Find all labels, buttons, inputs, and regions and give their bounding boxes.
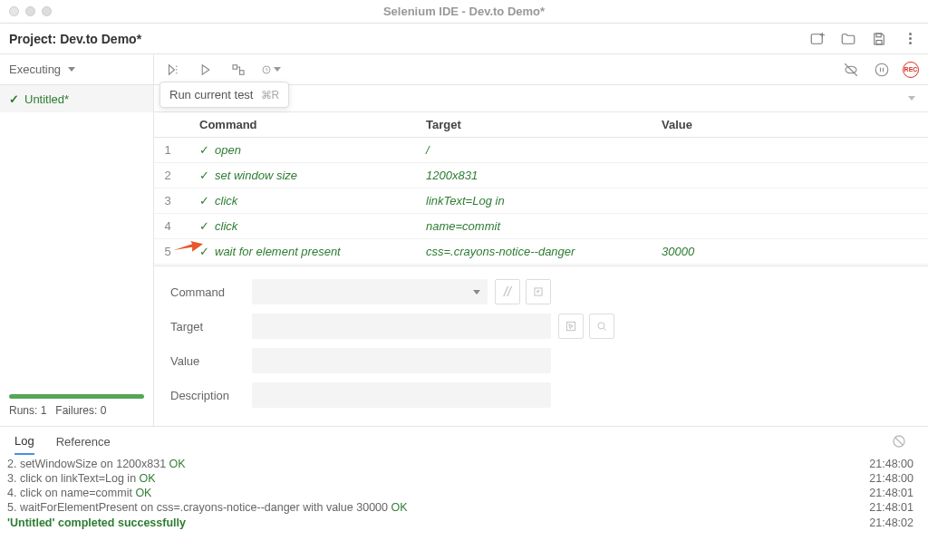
svg-point-7: [875, 63, 888, 76]
svg-point-10: [598, 323, 604, 329]
svg-rect-0: [811, 34, 822, 43]
pause-button[interactable]: [872, 60, 892, 80]
tooltip: Run current test ⌘R: [160, 82, 289, 108]
clear-log-icon[interactable]: [892, 434, 906, 451]
log-line: 5. waitForElementPresent on css=.crayons…: [7, 500, 914, 515]
chevron-down-icon: [908, 96, 915, 101]
step-over-button[interactable]: [228, 60, 248, 80]
toggle-enable-button[interactable]: //: [495, 279, 520, 304]
tooltip-text: Run current test: [169, 88, 254, 101]
svg-rect-3: [233, 64, 237, 69]
editor-value-input[interactable]: [252, 348, 551, 373]
save-icon[interactable]: [870, 30, 888, 48]
svg-rect-4: [240, 70, 245, 74]
test-list-item[interactable]: ✓ Untitled*: [0, 85, 153, 112]
editor-description-label: Description: [170, 389, 252, 402]
window-title: Selenium IDE - Dev.to Demo*: [0, 5, 928, 18]
tab-reference[interactable]: Reference: [56, 431, 111, 454]
tooltip-shortcut: ⌘R: [261, 89, 280, 101]
more-menu-icon[interactable]: [901, 30, 919, 48]
command-row[interactable]: 3 ✓click linkText=Log in: [154, 188, 928, 214]
editor-target-input[interactable]: [252, 314, 551, 339]
log-tabs: Log Reference: [0, 426, 928, 455]
svg-rect-1: [876, 34, 881, 37]
log-time: 21:48:02: [869, 517, 914, 529]
check-icon: ✓: [199, 143, 209, 157]
project-name: Dev.to Demo*: [60, 32, 141, 46]
run-current-test-button[interactable]: [196, 60, 216, 80]
project-label: Project:: [9, 32, 56, 46]
log-time: 21:48:01: [869, 487, 914, 499]
chevron-down-icon: [473, 290, 480, 294]
run-toolbar: REC Run current test ⌘R: [154, 54, 928, 85]
progress-bar: [9, 394, 144, 399]
chevron-down-icon: [68, 67, 75, 72]
log-line: 3. click on linkText=Log in OK 21:48:00: [7, 471, 914, 486]
tests-dropdown-label: Executing: [9, 63, 61, 76]
log-line: 2. setWindowSize on 1200x831 OK 21:48:00: [7, 457, 914, 471]
record-button[interactable]: REC: [903, 62, 919, 78]
svg-rect-2: [876, 40, 882, 44]
check-icon: ✓: [199, 169, 209, 182]
failures-count: Failures: 0: [55, 404, 106, 417]
editor-command-input[interactable]: [252, 279, 488, 304]
editor-target-label: Target: [170, 320, 252, 333]
command-row[interactable]: 4 ✓click name=commit: [154, 214, 928, 239]
command-editor: Command // Target: [154, 266, 928, 426]
log-time: 21:48:00: [869, 472, 914, 485]
test-name: Untitled*: [24, 92, 69, 106]
command-row[interactable]: 5 ✓wait for element present css=.crayons…: [154, 239, 928, 265]
commands-table: Command Target Value 1 ✓open / 2 ✓set wi…: [154, 112, 928, 266]
col-header-target: Target: [426, 118, 662, 131]
disable-breakpoints-button[interactable]: [841, 60, 861, 80]
project-bar: Project: Dev.to Demo*: [0, 24, 928, 54]
speed-dropdown[interactable]: [261, 60, 281, 80]
command-row[interactable]: 1 ✓open /: [154, 138, 928, 163]
runs-summary: Runs: 1 Failures: 0: [0, 404, 153, 426]
log-panel: 2. setWindowSize on 1200x831 OK 21:48:00…: [0, 455, 928, 535]
tab-log[interactable]: Log: [14, 430, 34, 455]
tests-dropdown[interactable]: Executing: [0, 54, 153, 85]
log-time: 21:48:00: [869, 458, 914, 470]
open-folder-icon[interactable]: [839, 30, 857, 48]
tests-sidebar: Executing ✓ Untitled* Runs: 1 Failures: …: [0, 54, 154, 426]
check-icon: ✓: [199, 219, 209, 233]
find-target-button[interactable]: [589, 314, 614, 339]
log-time: 21:48:01: [869, 501, 914, 514]
runs-count: Runs: 1: [9, 404, 46, 417]
col-header-command: Command: [181, 118, 426, 131]
titlebar: Selenium IDE - Dev.to Demo*: [0, 0, 928, 24]
check-icon: ✓: [9, 92, 19, 106]
run-all-tests-button[interactable]: [163, 60, 183, 80]
open-docs-button[interactable]: [526, 279, 551, 304]
editor-command-label: Command: [170, 285, 252, 299]
command-row[interactable]: 2 ✓set window size 1200x831: [154, 163, 928, 188]
check-icon: ✓: [199, 194, 209, 208]
editor-value-label: Value: [170, 354, 252, 368]
col-header-value: Value: [662, 118, 928, 131]
select-target-button[interactable]: [558, 314, 584, 339]
log-line: 4. click on name=commit OK 21:48:01: [7, 486, 914, 500]
editor-description-input[interactable]: [252, 382, 551, 408]
new-project-icon[interactable]: [808, 30, 826, 48]
annotation-arrow-icon: [172, 237, 203, 254]
log-success-line: 'Untitled' completed successfully 21:48:…: [7, 515, 914, 529]
